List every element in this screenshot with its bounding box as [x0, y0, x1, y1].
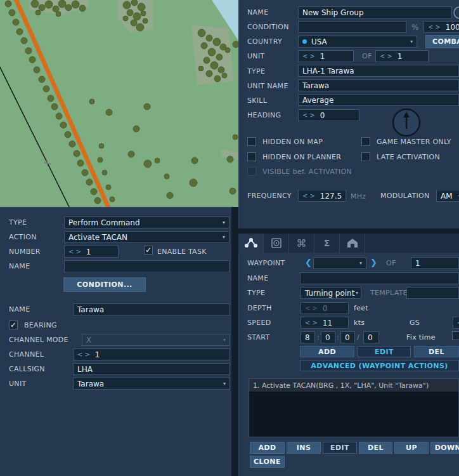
bearing-checkbox[interactable]: ✓ — [9, 321, 18, 329]
condition-button[interactable]: CONDITION... — [63, 277, 146, 292]
unit-of-label: OF — [362, 52, 372, 60]
unit-name-input[interactable]: Tarawa — [298, 79, 459, 91]
waypoint-of-label: OF — [386, 259, 396, 267]
speed-spinner[interactable]: <> 11 — [301, 317, 349, 329]
spinner-right-icon[interactable]: > — [75, 249, 81, 255]
action-edit-button[interactable]: EDIT — [323, 442, 357, 454]
task-action-dropdown[interactable]: Activate TACAN ▾ — [64, 231, 230, 243]
hangar-icon — [347, 238, 358, 248]
waypoint-del-button[interactable]: DEL — [414, 346, 459, 357]
waypoint-add-button[interactable]: ADD — [300, 346, 354, 357]
advanced-waypoint-actions-button[interactable]: ADVANCED (WAYPOINT ACTIONS) — [300, 360, 459, 371]
heading-spinner[interactable]: <> 0 — [298, 109, 359, 121]
tacan-name-input[interactable]: Tarawa — [73, 303, 230, 315]
task-name-input[interactable] — [64, 260, 230, 272]
spinner-right-icon[interactable]: > — [84, 352, 89, 358]
waypoint-actions-list[interactable]: 1. Activate TACAN(BRG , 1X, "LHA", Unit … — [249, 378, 459, 437]
task-type-dropdown[interactable]: Perform Command ▾ — [64, 216, 230, 228]
waypoint-edit-button[interactable]: EDIT — [358, 346, 411, 357]
tab-route[interactable] — [238, 234, 264, 253]
tacan-unit-label: UNIT — [9, 380, 26, 388]
chevron-down-icon: ▾ — [359, 261, 362, 266]
action-ins-button[interactable]: INS — [287, 442, 321, 454]
spinner-right-icon[interactable]: > — [309, 112, 314, 119]
tab-command[interactable]: ⌘ — [289, 234, 314, 253]
unit-name-label: UNIT NAME — [247, 82, 288, 90]
waypoint-name-input[interactable] — [300, 272, 459, 284]
frequency-spinner[interactable]: <> 127.5 — [298, 190, 346, 202]
callsign-input[interactable]: LHA — [73, 363, 230, 375]
hidden-on-planner-label: HIDDEN ON PLANNER — [262, 153, 341, 161]
spinner-left-icon[interactable]: < — [305, 320, 310, 326]
waypoint-next-icon[interactable]: ❯ — [370, 258, 377, 267]
group-name-dial-icon[interactable] — [453, 5, 459, 20]
spinner-right-icon[interactable]: > — [309, 53, 314, 60]
gs-spinner[interactable]: < — [453, 317, 459, 329]
unit-total-spinner[interactable]: <> 1 — [375, 50, 429, 62]
sigma-icon: Σ — [324, 238, 330, 248]
start-day-input[interactable]: 0 — [363, 331, 379, 343]
waypoint-prev-icon[interactable]: ❮ — [305, 258, 312, 267]
hidden-on-map-checkbox[interactable]: ✓ — [247, 137, 256, 146]
group-name-label: NAME — [247, 8, 268, 17]
tab-target[interactable] — [264, 234, 289, 253]
late-activation-checkbox[interactable]: ✓ — [361, 152, 370, 161]
action-clone-button[interactable]: CLONE — [250, 456, 285, 468]
waypoint-dropdown[interactable]: ▾ — [313, 257, 366, 269]
action-add-button[interactable]: ADD — [250, 442, 285, 454]
action-del-button[interactable]: DEL — [359, 442, 392, 454]
spinner-left-icon[interactable]: < — [302, 193, 307, 199]
channel-label: CHANNEL — [9, 350, 44, 359]
start-minutes-input[interactable]: 0 — [321, 331, 335, 343]
task-type-label: TYPE — [9, 218, 27, 227]
spinner-right-icon[interactable]: > — [309, 193, 314, 199]
start-hours-input[interactable]: 8 — [301, 331, 315, 343]
spinner-right-icon[interactable]: > — [387, 53, 392, 60]
spinner-right-icon[interactable]: > — [312, 320, 317, 326]
skill-label: SKILL — [247, 96, 267, 105]
enable-task-checkbox[interactable]: ✓ — [144, 246, 153, 255]
list-item[interactable]: 1. Activate TACAN(BRG , 1X, "LHA", Unit … — [249, 379, 458, 392]
tacan-unit-dropdown[interactable]: Tarawa ▾ — [73, 378, 230, 390]
start-seconds-input[interactable]: 0 — [340, 331, 355, 343]
group-name-input[interactable]: New Ship Group — [298, 6, 452, 18]
game-master-only-label: GAME MASTER ONLY — [377, 138, 451, 146]
waypoint-type-dropdown[interactable]: Turning point ▾ — [301, 287, 361, 299]
condition-input[interactable] — [298, 21, 406, 33]
template-input[interactable] — [406, 287, 459, 299]
action-down-button[interactable]: DOWN — [430, 442, 459, 454]
combat-button[interactable]: COMBAT — [425, 35, 459, 48]
channel-mode-label: CHANNEL MODE — [9, 336, 68, 344]
skill-input[interactable]: Average — [298, 94, 459, 106]
spinner-left-icon[interactable]: < — [302, 112, 307, 119]
game-master-only-checkbox[interactable]: ✓ — [361, 137, 370, 146]
unit-index-spinner[interactable]: <> 1 — [298, 50, 354, 62]
modulation-dropdown[interactable]: AM ▾ — [436, 190, 459, 202]
action-up-button[interactable]: UP — [394, 442, 429, 454]
condition-spinner[interactable]: <> 100 — [423, 21, 459, 33]
tab-hangar[interactable] — [340, 234, 365, 253]
tab-summary[interactable]: Σ — [314, 234, 340, 253]
country-dropdown[interactable]: USA ▾ — [298, 36, 417, 48]
visible-before-activation-label: VISIBLE bef. ACTIVATION — [262, 168, 352, 176]
task-number-spinner[interactable]: <> 1 — [64, 246, 119, 258]
heading-compass-dial[interactable] — [392, 108, 421, 137]
map-view[interactable] — [0, 0, 238, 207]
depth-label: DEPTH — [247, 304, 272, 312]
waypoint-total-input[interactable]: 1 — [411, 257, 459, 269]
spinner-right-icon[interactable]: > — [435, 24, 440, 30]
spinner-left-icon[interactable]: < — [428, 24, 433, 30]
command-icon: ⌘ — [297, 237, 307, 249]
unit-type-input[interactable]: LHA-1 Tarawa — [298, 65, 459, 77]
fix-time-checkbox[interactable]: ✓ — [452, 331, 459, 340]
spinner-left-icon[interactable]: < — [77, 352, 82, 358]
hidden-on-planner-checkbox[interactable]: ✓ — [247, 152, 256, 161]
unit-type-label: TYPE — [247, 67, 265, 76]
channel-spinner[interactable]: <> 1 — [73, 348, 230, 360]
target-box-icon — [270, 237, 283, 249]
spinner-left-icon[interactable]: < — [380, 53, 385, 60]
tacan-name-label: NAME — [9, 305, 30, 314]
spinner-left-icon[interactable]: < — [68, 249, 74, 255]
speed-unit-label: kts — [354, 319, 365, 327]
spinner-left-icon[interactable]: < — [302, 53, 307, 60]
